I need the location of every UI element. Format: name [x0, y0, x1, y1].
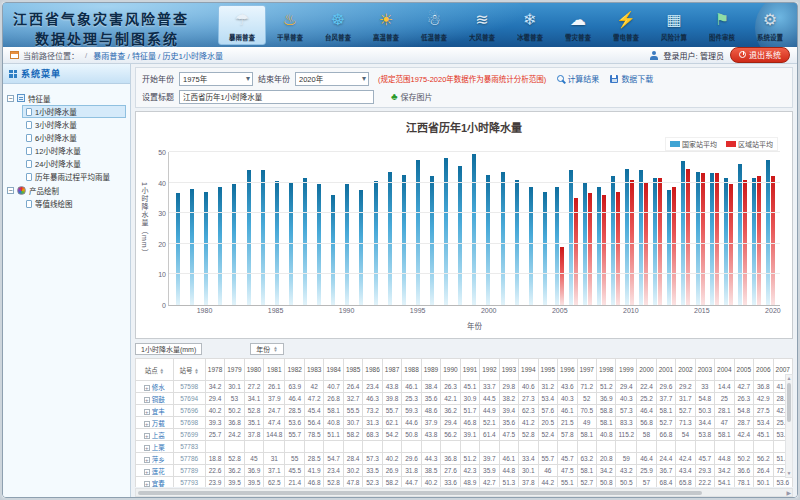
bar-国家站平均-2008[interactable] [597, 187, 601, 305]
station-name-link[interactable]: 萍乡 [152, 456, 165, 463]
station-name-link[interactable]: 修水 [152, 384, 165, 391]
bar-国家站平均-1987[interactable] [303, 178, 307, 305]
column-header-year[interactable]: 1987 [382, 359, 401, 381]
bar-区域站平均-2020[interactable] [771, 176, 775, 305]
bar-区域站平均-2019[interactable] [757, 176, 761, 305]
chart-title-input[interactable]: 江西省历年1小时降水量 [179, 90, 374, 104]
horizontal-scrollbar[interactable]: ▶ [135, 488, 793, 497]
column-header-year[interactable]: 1995 [538, 359, 557, 381]
end-year-select[interactable]: 2020年 [295, 72, 369, 86]
bar-国家站平均-1996[interactable] [430, 176, 434, 305]
bar-区域站平均-2013[interactable] [672, 187, 676, 305]
column-header-year[interactable]: 2006 [754, 359, 773, 381]
bar-国家站平均-1990[interactable] [345, 184, 349, 305]
column-header-year[interactable]: 1978 [205, 359, 224, 381]
column-header-year[interactable]: 1990 [441, 359, 460, 381]
station-name-cell[interactable]: +莲花 [136, 465, 174, 477]
column-header-year[interactable]: 1989 [421, 359, 440, 381]
toolbar-item-map-review[interactable]: ⚑图件审核 [698, 5, 746, 45]
station-name-cell[interactable]: +万载 [136, 417, 174, 429]
station-name-cell[interactable]: +上栗 [136, 441, 174, 453]
calculate-button[interactable]: 计算结果 [557, 73, 599, 84]
bar-国家站平均-2003[interactable] [529, 187, 533, 305]
bar-国家站平均-1997[interactable] [444, 158, 448, 305]
toolbar-item-hail[interactable]: ❄冰雹普查 [506, 5, 554, 45]
tree-item-0-5[interactable]: 历年暴雨过程平均雨量 [22, 170, 126, 183]
expand-icon[interactable]: + [144, 457, 150, 463]
column-header-year[interactable]: 1998 [596, 359, 615, 381]
bar-国家站平均-1993[interactable] [388, 172, 392, 305]
toolbar-item-heat[interactable]: ☀高温普查 [362, 5, 410, 45]
bar-国家站平均-2018[interactable] [738, 164, 742, 305]
toolbar-item-typhoon[interactable]: ☸台风普查 [314, 5, 362, 45]
tree-section-0[interactable]: −特征量 [7, 91, 126, 105]
bar-国家站平均-2015[interactable] [696, 172, 700, 305]
download-button[interactable]: 数据下载 [610, 73, 653, 84]
expand-icon[interactable]: + [144, 445, 150, 451]
bar-国家站平均-1999[interactable] [472, 154, 476, 305]
column-header-year[interactable]: 1979 [225, 359, 244, 381]
column-header-year[interactable]: 2002 [676, 359, 695, 381]
column-header-year[interactable]: 2003 [695, 359, 714, 381]
legend-item[interactable]: 区域站平均 [726, 139, 773, 149]
expand-icon[interactable]: + [144, 481, 150, 487]
bar-国家站平均-2012[interactable] [653, 178, 657, 305]
column-header-year[interactable]: 1999 [616, 359, 637, 381]
column-header-station[interactable]: 站点 ▲▼ [136, 359, 174, 381]
station-name-cell[interactable]: +宜春 [136, 477, 174, 488]
station-name-link[interactable]: 宜春 [152, 480, 165, 487]
collapse-icon[interactable]: − [7, 95, 14, 102]
bar-国家站平均-1983[interactable] [247, 170, 251, 305]
bar-国家站平均-2017[interactable] [724, 178, 728, 305]
bar-国家站平均-1991[interactable] [359, 190, 363, 305]
column-header-station-id[interactable]: 站号 ▲▼ [173, 359, 205, 381]
sort-icon[interactable]: ▲▼ [159, 368, 163, 374]
bar-国家站平均-2019[interactable] [752, 178, 756, 305]
station-name-link[interactable]: 莲花 [152, 468, 165, 475]
bar-国家站平均-2004[interactable] [543, 192, 547, 305]
bar-国家站平均-2009[interactable] [611, 176, 615, 305]
toolbar-item-lightning[interactable]: ⚡雷电普查 [602, 5, 650, 45]
station-name-cell[interactable]: +铜鼓 [136, 393, 174, 405]
bar-国家站平均-2013[interactable] [667, 190, 671, 305]
column-header-year[interactable]: 1985 [343, 359, 362, 381]
expand-icon[interactable]: + [144, 397, 150, 403]
unit-chip[interactable]: 1小时降水量(mm) [135, 343, 202, 355]
tree-item-0-2[interactable]: 6小时降水量 [22, 131, 126, 144]
toolbar-item-rainstorm[interactable]: ☂暴雨普查 [218, 5, 266, 45]
scroll-down-icon[interactable]: ▼ [786, 470, 792, 477]
column-header-year[interactable]: 1993 [499, 359, 518, 381]
station-name-cell[interactable]: +上高 [136, 429, 174, 441]
vertical-scrollbar[interactable]: ▲ ▼ [785, 374, 793, 478]
column-header-year[interactable]: 1981 [264, 359, 285, 381]
station-name-link[interactable]: 宜丰 [152, 408, 165, 415]
column-header-year[interactable]: 1982 [285, 359, 304, 381]
scroll-up-icon[interactable]: ▲ [786, 375, 792, 382]
column-header-year[interactable]: 1992 [480, 359, 499, 381]
column-header-year[interactable]: 2000 [637, 359, 656, 381]
tree-item-0-1[interactable]: 3小时降水量 [22, 118, 126, 131]
bar-区域站平均-2012[interactable] [658, 178, 662, 305]
column-header-year[interactable]: 1996 [558, 359, 577, 381]
bar-国家站平均-1981[interactable] [218, 187, 222, 305]
bar-国家站平均-1998[interactable] [458, 166, 462, 305]
column-header-year[interactable]: 1991 [460, 359, 479, 381]
scroll-right-icon[interactable]: ▶ [786, 489, 791, 497]
bar-国家站平均-1982[interactable] [232, 184, 236, 305]
bar-国家站平均-1994[interactable] [402, 175, 406, 305]
station-name-link[interactable]: 万载 [152, 420, 165, 427]
bar-国家站平均-2001[interactable] [501, 172, 505, 305]
horizontal-scroll-thumb[interactable] [138, 491, 702, 495]
toolbar-item-settings[interactable]: ⚙系统设置 [746, 5, 794, 45]
bar-国家站平均-1979[interactable] [190, 189, 194, 305]
station-name-link[interactable]: 铜鼓 [152, 396, 165, 403]
column-header-year[interactable]: 2005 [734, 359, 753, 381]
bar-国家站平均-2010[interactable] [625, 169, 629, 305]
bar-国家站平均-1980[interactable] [204, 192, 208, 305]
sort-icon[interactable]: ▲▼ [194, 368, 198, 374]
station-name-cell[interactable]: +修水 [136, 381, 174, 393]
expand-icon[interactable]: + [144, 469, 150, 475]
expand-icon[interactable]: + [144, 385, 150, 391]
tree-item-1-0[interactable]: 等值线绘图 [22, 197, 126, 210]
column-header-year[interactable]: 1997 [577, 359, 596, 381]
